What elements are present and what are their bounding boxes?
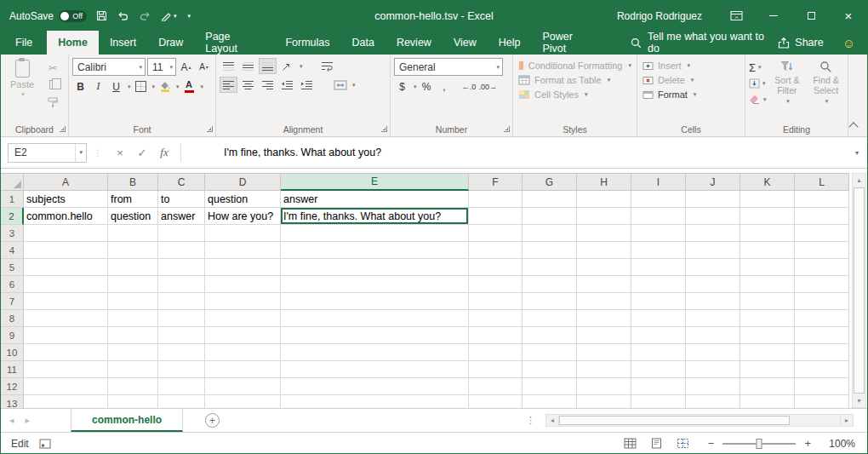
cell-K5[interactable] — [740, 259, 795, 276]
cell-E3[interactable] — [281, 225, 469, 242]
column-header-F[interactable]: F — [469, 173, 523, 191]
cell-J4[interactable] — [686, 242, 740, 259]
sheet-prev-button[interactable]: ◂ — [9, 415, 14, 426]
cell-A4[interactable] — [24, 242, 108, 259]
cell-J3[interactable] — [686, 225, 740, 242]
cell-F8[interactable] — [469, 310, 523, 327]
column-header-B[interactable]: B — [108, 173, 158, 191]
column-header-D[interactable]: D — [205, 173, 281, 191]
cell-I6[interactable] — [631, 276, 686, 293]
cell-H2[interactable] — [577, 208, 631, 225]
row-header-7[interactable]: 7 — [1, 293, 24, 310]
cell-H8[interactable] — [577, 310, 631, 327]
zoom-level[interactable]: 100% — [825, 438, 855, 450]
borders-button[interactable] — [133, 78, 149, 95]
column-header-J[interactable]: J — [686, 173, 740, 191]
format-cells-button[interactable]: Format ▾ — [641, 87, 741, 101]
cell-B11[interactable] — [108, 361, 158, 378]
accounting-format-button[interactable]: $ — [394, 78, 410, 95]
row-header-8[interactable]: 8 — [1, 310, 24, 327]
cell-J10[interactable] — [686, 344, 740, 361]
scroll-right-button[interactable]: ▸ — [840, 414, 854, 427]
formula-input[interactable]: I'm fine, thanks. What about you? — [186, 137, 855, 168]
cell-B13[interactable] — [108, 395, 158, 408]
horizontal-scrollbar-track[interactable] — [559, 414, 840, 427]
align-top-button[interactable] — [220, 58, 237, 74]
cell-E11[interactable] — [281, 361, 469, 378]
cut-button[interactable]: ✂ — [44, 61, 61, 74]
expand-formula-bar-button[interactable]: ▾ — [855, 149, 859, 157]
zoom-in-button[interactable]: + — [804, 437, 811, 450]
cell-B1[interactable]: from — [108, 191, 158, 208]
tab-page-layout[interactable]: Page Layout — [194, 31, 274, 55]
vertical-scrollbar-thumb[interactable] — [854, 187, 865, 394]
page-break-preview-button[interactable] — [677, 438, 689, 449]
cell-C9[interactable] — [158, 327, 205, 344]
cell-L1[interactable] — [795, 191, 849, 208]
cell-K7[interactable] — [740, 293, 795, 310]
tab-scroll-splitter[interactable]: ⋮ — [526, 415, 535, 426]
cell-B10[interactable] — [108, 344, 158, 361]
cell-G10[interactable] — [523, 344, 577, 361]
column-header-E[interactable]: E — [281, 173, 469, 191]
cell-F12[interactable] — [469, 378, 523, 395]
cell-E12[interactable] — [281, 378, 469, 395]
cell-E5[interactable] — [281, 259, 469, 276]
tab-data[interactable]: Data — [340, 31, 385, 55]
cell-G11[interactable] — [523, 361, 577, 378]
cell-A9[interactable] — [24, 327, 108, 344]
cell-F11[interactable] — [469, 361, 523, 378]
align-middle-button[interactable] — [239, 58, 257, 74]
cell-D6[interactable] — [205, 276, 281, 293]
cell-E1[interactable]: answer — [281, 191, 469, 208]
tell-me-box[interactable]: Tell me what you want to do — [631, 31, 778, 55]
cell-D4[interactable] — [205, 242, 281, 259]
autosave-switch[interactable]: Off — [59, 10, 87, 22]
font-size-combo[interactable]: 11 ▾ — [147, 58, 176, 76]
cell-F3[interactable] — [469, 225, 523, 242]
cell-K10[interactable] — [740, 344, 795, 361]
cell-F13[interactable] — [469, 395, 523, 408]
cell-A6[interactable] — [24, 276, 108, 293]
cell-A7[interactable] — [24, 293, 108, 310]
cell-H13[interactable] — [577, 395, 631, 408]
cell-A3[interactable] — [24, 225, 108, 242]
cell-H10[interactable] — [577, 344, 631, 361]
vertical-scrollbar[interactable]: ▴ ▾ — [852, 173, 866, 408]
delete-cells-button[interactable]: Delete ▾ — [641, 72, 741, 87]
decrease-decimal-button[interactable]: .00→ — [479, 78, 498, 95]
cell-I5[interactable] — [631, 259, 686, 276]
column-header-L[interactable]: L — [795, 173, 849, 191]
tab-power-pivot[interactable]: Power Pivot — [531, 31, 608, 55]
tab-formulas[interactable]: Formulas — [274, 31, 340, 55]
cell-A12[interactable] — [24, 378, 108, 395]
cell-C5[interactable] — [158, 259, 205, 276]
maximize-button[interactable] — [792, 1, 830, 31]
align-center-button[interactable] — [239, 77, 257, 93]
cell-L3[interactable] — [795, 225, 849, 242]
align-bottom-button[interactable] — [259, 58, 277, 74]
cell-A10[interactable] — [24, 344, 108, 361]
cell-B8[interactable] — [108, 310, 158, 327]
cell-L11[interactable] — [795, 361, 849, 378]
cell-C12[interactable] — [158, 378, 205, 395]
cell-C1[interactable]: to — [158, 191, 205, 208]
cell-L13[interactable] — [795, 395, 849, 408]
increase-decimal-button[interactable]: ←.0 — [461, 78, 477, 95]
cell-I2[interactable] — [631, 208, 686, 225]
cell-I12[interactable] — [631, 378, 686, 395]
tab-view[interactable]: View — [443, 31, 488, 55]
cell-I8[interactable] — [631, 310, 686, 327]
cell-D5[interactable] — [205, 259, 281, 276]
cell-G9[interactable] — [523, 327, 577, 344]
cell-H3[interactable] — [577, 225, 631, 242]
cell-F6[interactable] — [469, 276, 523, 293]
pen-mode-button[interactable]: ▾ — [161, 10, 177, 21]
close-button[interactable]: × — [830, 1, 867, 31]
cell-D1[interactable]: question — [205, 191, 281, 208]
cell-L6[interactable] — [795, 276, 849, 293]
cell-C4[interactable] — [158, 242, 205, 259]
autosum-button[interactable]: Σ ▾ — [749, 60, 767, 74]
sort-filter-button[interactable]: Sort & Filter ▾ — [769, 58, 806, 106]
format-as-table-button[interactable]: Format as Table ▾ — [517, 72, 633, 87]
